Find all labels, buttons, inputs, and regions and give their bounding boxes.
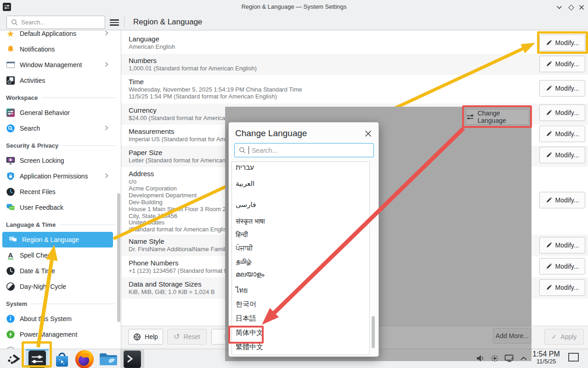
- sidebar-item-about-this-system[interactable]: About this System: [0, 311, 121, 327]
- sidebar-item-user-feedback[interactable]: User Feedback: [0, 200, 121, 215]
- dialog-search-input[interactable]: Search...: [234, 143, 374, 157]
- show-desktop-button[interactable]: [568, 353, 579, 362]
- hamburger-menu-icon[interactable]: [110, 19, 119, 26]
- modify-currency-button[interactable]: Modify...: [539, 104, 585, 121]
- sidebar-item-partial[interactable]: [0, 342, 121, 349]
- language-option[interactable]: 繁體中文: [236, 343, 263, 351]
- modify-measurements-button[interactable]: Modify...: [539, 126, 585, 142]
- row-language: Language American English: [121, 32, 588, 54]
- search-placeholder: Search...: [21, 19, 45, 26]
- taskbar-clock[interactable]: 1:54 PM 11/5/25: [531, 350, 562, 365]
- chevron-up-icon[interactable]: [520, 356, 527, 361]
- row-time: Time Wednesday, November 5, 2025 1:54:19…: [121, 75, 588, 104]
- volume-icon[interactable]: [476, 354, 485, 362]
- language-option[interactable]: संस्कृत भाषा: [236, 217, 265, 225]
- modify-phone-numbers-button[interactable]: Modify...: [539, 258, 585, 275]
- pencil-icon: [546, 152, 552, 158]
- sidebar-item-region-language[interactable]: Region & Language: [2, 232, 113, 247]
- chevron-right-icon: [105, 172, 108, 180]
- sidebar-item-general-behavior[interactable]: General Behavior: [0, 105, 121, 121]
- system-tray: [476, 354, 527, 362]
- sidebar-item-screen-locking[interactable]: Screen Locking: [0, 153, 121, 168]
- language-option[interactable]: עברית: [236, 163, 254, 171]
- sidebar-section-workspace: Workspace: [6, 91, 115, 104]
- modify-address-button[interactable]: Modify...: [539, 192, 585, 208]
- modify-data-storage-button[interactable]: Modify...: [539, 279, 585, 296]
- system-settings-icon: [28, 351, 46, 368]
- reset-button[interactable]: ↺ Reset: [167, 329, 207, 345]
- sidebar-item-day-night-cycle[interactable]: Day-Night Cycle: [0, 279, 121, 294]
- sidebar-item-activities[interactable]: Activities: [0, 73, 121, 88]
- modify-time-button[interactable]: Modify...: [539, 80, 585, 97]
- sidebar-item-spell-check[interactable]: A Spell Check: [0, 247, 121, 263]
- language-option[interactable]: ไทย: [236, 285, 248, 296]
- clock-icon: [6, 266, 15, 276]
- close-icon[interactable]: [364, 129, 372, 138]
- language-option[interactable]: हिन्दी: [236, 230, 248, 239]
- page-title: Region & Language: [133, 17, 202, 27]
- spellcheck-icon: A: [6, 251, 15, 260]
- sidebar-search-input[interactable]: Search...: [6, 16, 105, 29]
- modify-name-style-button[interactable]: Modify...: [539, 237, 585, 253]
- dialog-title: Change Language: [235, 128, 307, 138]
- star-icon: ★: [6, 29, 15, 38]
- sidebar-item-application-permissions[interactable]: Application Permissions: [0, 168, 121, 184]
- launcher-icon: [7, 353, 23, 365]
- brightness-icon[interactable]: [491, 354, 499, 362]
- taskbar-discover[interactable]: [51, 349, 73, 368]
- discover-icon: [53, 351, 71, 368]
- language-option[interactable]: العربية: [236, 179, 254, 188]
- screen-lock-icon: [6, 156, 15, 165]
- display-icon[interactable]: [504, 354, 514, 362]
- sidebar-scrollbar[interactable]: [117, 193, 120, 322]
- pencil-icon: [546, 40, 552, 46]
- search-placeholder: Search...: [252, 147, 277, 154]
- sidebar-section-language-time: Language & Time: [6, 218, 115, 231]
- change-language-button[interactable]: Change Language: [466, 109, 529, 125]
- terminal-icon: [124, 351, 141, 368]
- language-option[interactable]: தமிழ்: [236, 257, 251, 265]
- maximize-icon[interactable]: [567, 4, 575, 11]
- undo-icon: ↺: [174, 333, 180, 340]
- language-option[interactable]: ਪੰਜਾਬੀ: [236, 244, 253, 252]
- window-title: Region & Language — System Settings: [0, 3, 588, 10]
- language-option[interactable]: فارسی: [236, 201, 256, 209]
- pencil-icon: [546, 85, 552, 92]
- sidebar-item-power-management[interactable]: Power Management: [0, 327, 121, 342]
- taskbar-konsole-active[interactable]: [120, 349, 144, 368]
- add-more-button[interactable]: Add More...: [493, 328, 531, 344]
- folder-icon: [99, 351, 118, 368]
- apply-button[interactable]: ✓ Apply: [544, 329, 584, 345]
- sidebar-item-window-management[interactable]: Window Management: [0, 57, 121, 73]
- circle-icon: [6, 345, 15, 349]
- minimize-icon[interactable]: [555, 4, 563, 11]
- search-icon: [11, 19, 18, 26]
- modify-paper-size-button[interactable]: Modify...: [539, 147, 585, 163]
- pencil-icon: [546, 109, 552, 116]
- taskbar-dolphin[interactable]: [97, 349, 119, 368]
- language-option-simplified-chinese[interactable]: 简体中文: [236, 328, 263, 337]
- bell-icon: [6, 45, 15, 54]
- help-button[interactable]: Help: [128, 329, 163, 345]
- modify-numbers-button[interactable]: Modify...: [539, 56, 585, 72]
- language-option[interactable]: 한국어: [236, 300, 256, 309]
- sidebar-item-recent-files[interactable]: Recent Files: [0, 184, 121, 200]
- close-window-icon[interactable]: [578, 4, 585, 11]
- pencil-icon: [546, 61, 552, 67]
- chevron-right-icon: [105, 61, 108, 69]
- sidebar: ★ Default Applications Notifications Win…: [0, 14, 121, 349]
- language-option[interactable]: മലയാളം: [236, 270, 264, 278]
- text-cursor: [249, 146, 249, 154]
- clock-icon: [6, 187, 15, 196]
- sidebar-section-security-privacy: Security & Privacy: [6, 139, 115, 152]
- language-option[interactable]: 日本語: [236, 314, 256, 323]
- chevron-right-icon: [105, 29, 108, 38]
- app-launcher-button[interactable]: [6, 349, 24, 368]
- sidebar-item-search[interactable]: Search: [0, 121, 121, 136]
- dialog-scrollbar[interactable]: [372, 316, 375, 348]
- sidebar-item-date-time[interactable]: Date & Time: [0, 263, 121, 279]
- taskbar-firefox[interactable]: [74, 349, 96, 368]
- modify-language-button[interactable]: Modify...: [539, 34, 585, 51]
- taskbar-system-settings-active[interactable]: [26, 349, 49, 368]
- sidebar-item-notifications[interactable]: Notifications: [0, 41, 121, 57]
